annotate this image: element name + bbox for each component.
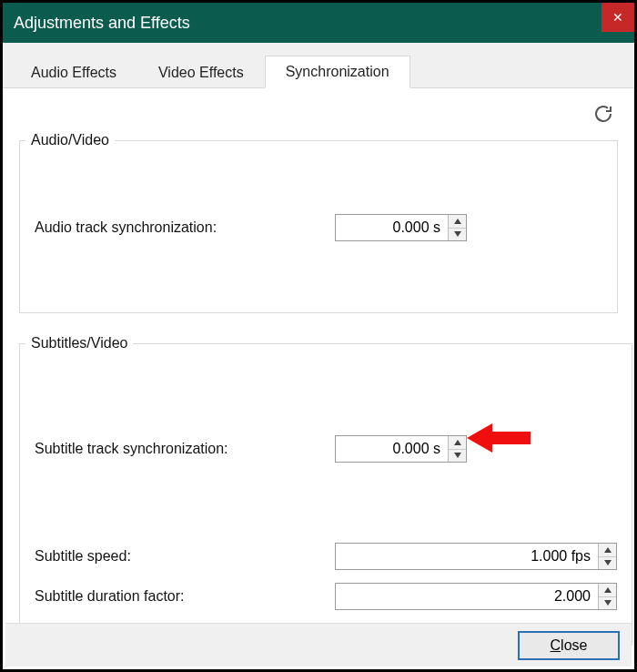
group-audio-video: Audio/Video Audio track synchronization:…	[19, 132, 618, 313]
subtitle-duration-factor-step-up[interactable]	[599, 584, 616, 597]
window-close-button[interactable]: ✕	[602, 3, 634, 32]
svg-marker-2	[454, 440, 461, 445]
close-button-accel: C	[551, 637, 561, 654]
svg-marker-7	[604, 600, 612, 606]
subtitle-track-sync-step-down[interactable]	[449, 450, 466, 463]
subtitle-speed-label: Subtitle speed:	[35, 548, 335, 565]
group-subtitles-video: Subtitles/Video Subtitle track synchroni…	[19, 335, 632, 646]
subtitle-duration-factor-label: Subtitle duration factor:	[35, 588, 335, 605]
subtitle-speed-step-up[interactable]	[599, 544, 616, 557]
refresh-icon[interactable]	[592, 103, 614, 125]
dialog-footer: Close	[5, 623, 632, 667]
subtitle-speed-step-down[interactable]	[599, 557, 616, 570]
subtitle-duration-factor-step-down[interactable]	[599, 597, 616, 610]
svg-marker-3	[454, 453, 461, 458]
audio-track-sync-input[interactable]: 0.000 s	[335, 214, 467, 241]
audio-track-sync-step-up[interactable]	[449, 215, 466, 229]
subtitle-track-sync-step-up[interactable]	[449, 436, 466, 450]
audio-track-sync-value: 0.000 s	[336, 215, 448, 240]
close-button[interactable]: Close	[519, 632, 619, 659]
svg-marker-0	[454, 219, 461, 224]
subtitle-track-sync-label: Subtitle track synchronization:	[35, 441, 335, 457]
subtitle-speed-value: 1.000 fps	[336, 544, 598, 569]
tab-audio-effects[interactable]: Audio Effects	[10, 56, 137, 88]
window-titlebar: Adjustments and Effects ✕	[3, 3, 634, 43]
close-icon: ✕	[612, 10, 623, 25]
subtitle-duration-factor-input[interactable]: 2.000	[335, 583, 617, 610]
window-title: Adjustments and Effects	[14, 14, 190, 33]
subtitle-track-sync-value: 0.000 s	[336, 436, 448, 462]
tab-bar: Audio Effects Video Effects Synchronizat…	[3, 43, 634, 88]
svg-marker-1	[454, 231, 461, 237]
tab-content-synchronization: Audio/Video Audio track synchronization:…	[3, 88, 634, 646]
svg-marker-5	[604, 560, 612, 565]
audio-track-sync-step-down[interactable]	[449, 229, 466, 241]
audio-track-sync-label: Audio track synchronization:	[35, 219, 335, 236]
group-audio-video-legend: Audio/Video	[25, 132, 115, 148]
close-button-rest: lose	[561, 637, 587, 654]
subtitle-duration-factor-value: 2.000	[336, 584, 598, 609]
subtitle-speed-input[interactable]: 1.000 fps	[335, 543, 617, 570]
group-subtitles-video-legend: Subtitles/Video	[25, 335, 133, 351]
subtitle-track-sync-input[interactable]: 0.000 s	[335, 435, 467, 463]
tab-synchronization[interactable]: Synchronization	[265, 56, 410, 88]
svg-marker-4	[604, 547, 612, 553]
svg-marker-6	[604, 587, 612, 593]
tab-video-effects[interactable]: Video Effects	[137, 56, 265, 88]
